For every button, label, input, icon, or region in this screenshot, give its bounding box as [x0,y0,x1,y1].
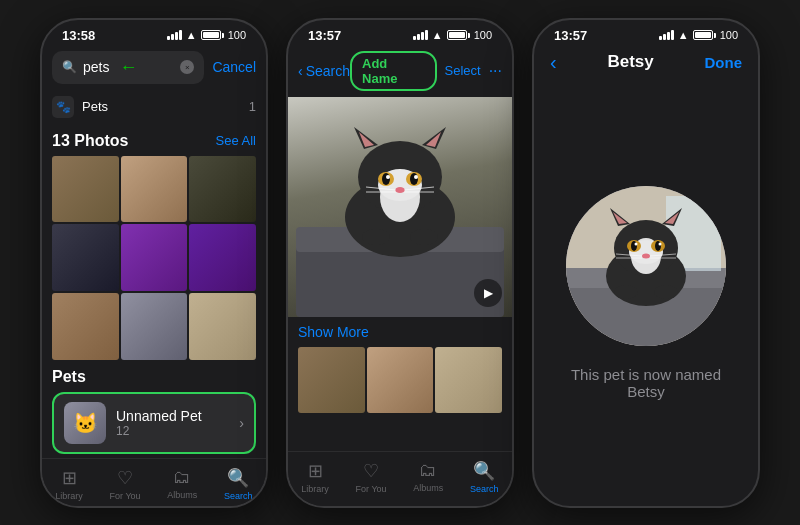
battery-label-2: 100 [474,29,492,41]
svg-point-16 [395,187,405,193]
albums-icon-2: 🗂 [419,460,437,481]
signal-bars-3 [659,30,674,40]
tab-albums[interactable]: 🗂 Albums [167,467,197,500]
svg-point-21 [362,229,390,245]
pets-category-icon: 🐾 [52,96,74,118]
tab-search[interactable]: 🔍 Search [224,467,253,501]
small-photo-3[interactable] [435,347,502,414]
pet-name-label: Unnamed Pet [116,408,229,424]
phone-1: 13:58 ▲ 100 🔍 pets ← [40,18,268,508]
search-input-wrap[interactable]: 🔍 pets ← × [52,51,204,84]
photos-section-header: 13 Photos See All [42,126,266,156]
circular-cat-svg [566,186,726,346]
named-confirmation-text: This pet is now named Betsy [554,366,738,400]
pets-category-label: Pets [82,99,108,114]
see-all-button[interactable]: See All [216,133,256,148]
search-tab-icon-2: 🔍 [473,460,495,482]
photo-cell-2[interactable] [121,156,188,223]
pets-category-row: 🐾 Pets 1 [42,92,266,126]
svg-point-40 [659,242,662,245]
status-icons-3: ▲ 100 [659,29,738,41]
show-more-row: Show More [288,317,512,347]
time-3: 13:57 [554,28,587,43]
library-icon-2: ⊞ [308,460,323,482]
search-tab-label-2: Search [470,484,499,494]
battery-label-3: 100 [720,29,738,41]
done-button[interactable]: Done [704,54,742,71]
cancel-button[interactable]: Cancel [212,59,256,75]
pet-thumbnail: 🐱 [64,402,106,444]
svg-point-41 [642,253,650,258]
tab-for-you-2[interactable]: ♡ For You [356,460,387,494]
svg-point-22 [410,229,438,245]
tab-library[interactable]: ⊞ Library [55,467,83,501]
pets-category-count: 1 [249,99,256,114]
photo-cell-4[interactable] [52,224,119,291]
signal-bars-2 [413,30,428,40]
pet-chevron-icon: › [239,415,244,431]
pet-photo-count: 12 [116,424,229,438]
tab-for-you[interactable]: ♡ For You [110,467,141,501]
svg-point-15 [414,175,418,179]
for-you-label-2: For You [356,484,387,494]
wifi-icon: ▲ [186,29,197,41]
phone2-content: ‹ Search Add Name Select ··· [288,47,512,506]
battery-3 [693,30,716,40]
pets-section-title: Pets [52,368,256,386]
add-name-button[interactable]: Add Name [350,51,436,91]
search-bar-row: 🔍 pets ← × Cancel [42,47,266,92]
pet-name-title: Betsy [607,52,653,72]
svg-point-14 [386,175,390,179]
library-label-2: Library [301,484,329,494]
search-icon: 🔍 [62,60,77,74]
show-more-button[interactable]: Show More [298,324,369,340]
cat-svg [296,97,504,317]
back-button-2[interactable]: ‹ Search [298,63,350,79]
time-2: 13:57 [308,28,341,43]
play-button[interactable]: ▶ [474,279,502,307]
green-arrow-indicator: ← [119,57,137,78]
albums-label: Albums [167,490,197,500]
phone1-content: 🔍 pets ← × Cancel 🐾 Pets 1 13 Photos See… [42,47,266,506]
phone-3: 13:57 ▲ 100 ‹ Betsy Done [532,18,760,508]
time-1: 13:58 [62,28,95,43]
select-button[interactable]: Select [445,63,481,78]
photo-cell-9[interactable] [189,293,256,360]
main-photo[interactable]: ▶ [288,97,512,317]
tab-library-2[interactable]: ⊞ Library [301,460,329,494]
more-button[interactable]: ··· [489,62,502,80]
name-nav-row: ‹ Betsy Done [534,47,758,80]
photo-cell-8[interactable] [121,293,188,360]
small-photo-1[interactable] [298,347,365,414]
library-label: Library [55,491,83,501]
for-you-icon-2: ♡ [363,460,379,482]
battery-2 [447,30,470,40]
svg-point-37 [631,241,637,251]
status-bar-1: 13:58 ▲ 100 [42,20,266,47]
tab-search-2[interactable]: 🔍 Search [470,460,499,494]
photo-cell-3[interactable] [189,156,256,223]
photo-cell-1[interactable] [52,156,119,223]
photo-cell-7[interactable] [52,293,119,360]
for-you-label: For You [110,491,141,501]
pet-row[interactable]: 🐱 Unnamed Pet 12 › [52,392,256,454]
status-bar-3: 13:57 ▲ 100 [534,20,758,47]
pets-section: Pets 🐱 Unnamed Pet 12 › [42,360,266,458]
svg-point-12 [382,173,390,185]
nav-actions: Add Name Select ··· [350,51,502,91]
small-photo-2[interactable] [367,347,434,414]
small-photo-grid [288,347,512,414]
photo-cell-5[interactable] [121,224,188,291]
search-clear-button[interactable]: × [180,60,194,74]
status-bar-2: 13:57 ▲ 100 [288,20,512,47]
library-icon: ⊞ [62,467,77,489]
status-icons-1: ▲ 100 [167,29,246,41]
battery-label-1: 100 [228,29,246,41]
status-icons-2: ▲ 100 [413,29,492,41]
wifi-icon-2: ▲ [432,29,443,41]
photo-cell-6[interactable] [189,224,256,291]
battery-1 [201,30,224,40]
back-chevron-3[interactable]: ‹ [550,51,557,74]
search-tab-label: Search [224,491,253,501]
tab-albums-2[interactable]: 🗂 Albums [413,460,443,493]
